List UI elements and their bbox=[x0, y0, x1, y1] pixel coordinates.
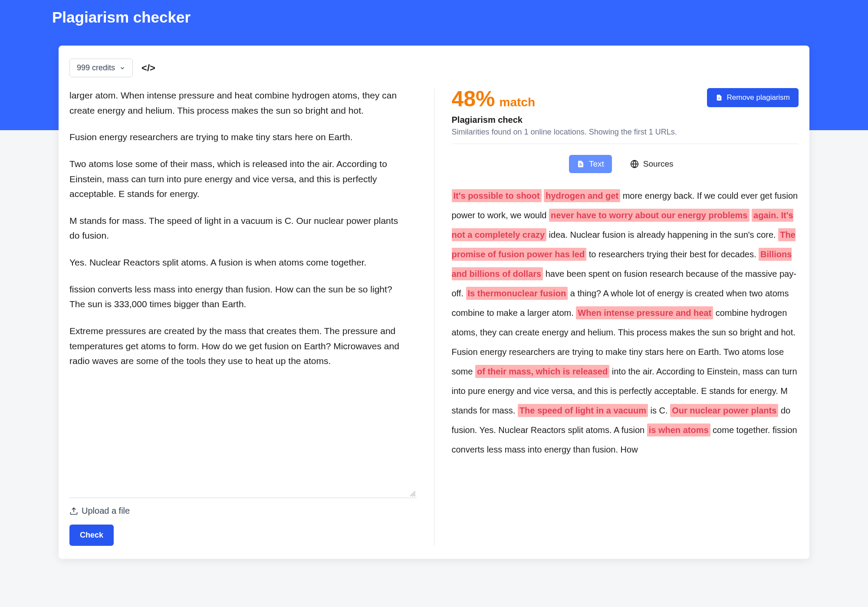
match-label: match bbox=[500, 95, 535, 109]
input-paragraph: M stands for mass. The speed of light in… bbox=[69, 213, 408, 243]
resize-grip-icon[interactable] bbox=[410, 491, 416, 497]
check-subtitle: Similarities found on 1 online locations… bbox=[452, 128, 799, 144]
highlighted-match[interactable]: The speed of light in a vacuum bbox=[518, 404, 648, 417]
document-icon bbox=[577, 160, 585, 168]
text-input-area[interactable]: larger atom. When intense pressure and h… bbox=[69, 88, 417, 498]
highlighted-match[interactable]: Is thermonuclear fusion bbox=[466, 287, 568, 300]
result-text: It's possible to shoot hydrogen and get … bbox=[452, 186, 799, 481]
panel-divider bbox=[434, 88, 434, 546]
input-paragraph: larger atom. When intense pressure and h… bbox=[69, 88, 408, 118]
remove-label: Remove plagiarism bbox=[727, 93, 790, 102]
result-text-span: to researchers trying their best for dec… bbox=[586, 249, 759, 259]
highlighted-match[interactable]: of their mass, which is released bbox=[475, 365, 609, 378]
input-paragraph: Two atoms lose some of their mass, which… bbox=[69, 157, 408, 202]
input-paragraph: Fusion energy researchers are trying to … bbox=[69, 130, 408, 145]
results-panel: 48% match Remove plagiarism Plagiarism c… bbox=[452, 88, 799, 546]
code-icon[interactable]: </> bbox=[141, 62, 155, 74]
input-paragraph: Extreme pressures are created by the mas… bbox=[69, 324, 408, 369]
tab-text[interactable]: Text bbox=[569, 155, 612, 173]
page-title: Plagiarism checker bbox=[0, 0, 868, 26]
tab-sources[interactable]: Sources bbox=[622, 155, 681, 173]
globe-icon bbox=[630, 160, 639, 168]
tab-sources-label: Sources bbox=[643, 159, 674, 169]
document-icon bbox=[716, 94, 723, 102]
remove-plagiarism-button[interactable]: Remove plagiarism bbox=[707, 88, 799, 107]
highlighted-match[interactable]: never have to worry about our energy pro… bbox=[549, 209, 749, 222]
tab-text-label: Text bbox=[589, 159, 604, 169]
result-header: 48% match Remove plagiarism bbox=[452, 88, 799, 110]
upload-icon bbox=[69, 507, 78, 515]
result-text-span: idea. Nuclear fusion is already happenin… bbox=[546, 230, 778, 240]
match-percent: 48% bbox=[452, 88, 495, 110]
upload-label: Upload a file bbox=[82, 506, 130, 516]
result-text-wrapper: It's possible to shoot hydrogen and get … bbox=[452, 186, 799, 481]
match-score: 48% match bbox=[452, 88, 536, 110]
check-title: Plagiarism check bbox=[452, 115, 799, 125]
input-paragraph: Yes. Nuclear Reactors split atoms. A fus… bbox=[69, 255, 408, 270]
chevron-down-icon bbox=[119, 65, 125, 71]
content-area: larger atom. When intense pressure and h… bbox=[69, 88, 799, 546]
input-panel: larger atom. When intense pressure and h… bbox=[69, 88, 417, 546]
result-text-span: is C. bbox=[648, 406, 670, 415]
check-button[interactable]: Check bbox=[69, 525, 114, 546]
toolbar: 999 credits </> bbox=[69, 59, 799, 77]
credits-label: 999 credits bbox=[77, 63, 115, 72]
highlighted-match[interactable]: hydrogen and get bbox=[544, 189, 620, 202]
highlighted-match[interactable]: It's possible to shoot bbox=[452, 189, 542, 202]
main-card: 999 credits </> larger atom. When intens… bbox=[59, 46, 809, 559]
input-paragraph: fission converts less mass into energy t… bbox=[69, 282, 408, 312]
credits-dropdown[interactable]: 999 credits bbox=[69, 59, 133, 77]
highlighted-match[interactable]: Our nuclear power plants bbox=[670, 404, 778, 417]
view-tabs: Text Sources bbox=[452, 155, 799, 173]
highlighted-match[interactable]: When intense pressure and heat bbox=[576, 306, 713, 319]
highlighted-match[interactable]: is when atoms bbox=[647, 423, 710, 436]
upload-file-button[interactable]: Upload a file bbox=[69, 498, 417, 525]
